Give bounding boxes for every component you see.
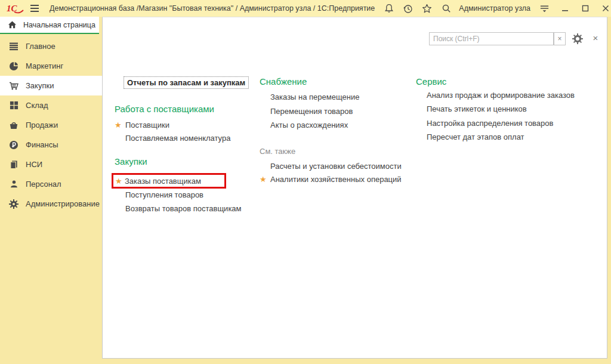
1c-logo-icon: 1С <box>6 2 25 14</box>
sidebar-item-label: Финансы <box>26 140 58 149</box>
menu-item-postavshchiki[interactable]: ★ Поставщики <box>115 120 169 129</box>
menu-item-label: Аналитики хозяйственных операций <box>270 175 402 184</box>
section-header-sm-takzhe: См. также <box>260 146 295 156</box>
global-search-icon[interactable] <box>441 4 451 14</box>
favorite-star-icon: ★ <box>115 121 125 129</box>
menu-item-zakazy-na-peremeshchenie[interactable]: Заказы на перемещение <box>270 92 359 101</box>
ruble-icon <box>8 140 19 150</box>
reports-stock-purchases-link[interactable]: Отчеты по запасам и закупкам <box>124 76 249 89</box>
minimize-button[interactable] <box>560 4 570 13</box>
menu-item-label: Поставщики <box>125 121 169 129</box>
left-navigation: Начальная страница Главное Маркетинг Зак… <box>0 17 102 364</box>
sidebar-item-label: Администрирование <box>26 199 100 208</box>
sidebar-item-label: Маркетинг <box>26 61 63 70</box>
section-header-snabzhenie: Снабжение <box>260 76 307 87</box>
sidebar-item-sklad[interactable]: Склад <box>0 95 102 115</box>
current-user-label[interactable]: Администратор узла <box>459 4 530 13</box>
sidebar-item-label: Главное <box>26 42 55 51</box>
menu-item-pereschet-dat[interactable]: Пересчет дат этапов оплат <box>427 132 524 141</box>
sidebar-item-label: Персонал <box>26 180 61 189</box>
sidebar-item-glavnoe[interactable]: Главное <box>0 36 102 56</box>
menu-item-postupleniya-tovarov[interactable]: Поступления товаров <box>125 190 203 199</box>
cart-icon <box>8 81 19 91</box>
sidebar-item-label: Продажи <box>26 121 58 129</box>
sidebar-item-finansy[interactable]: Финансы <box>0 135 102 155</box>
menu-item-analiz-prodazh[interactable]: Анализ продаж и формирование заказов <box>427 91 575 100</box>
menu-item-raschety-sebestoimosti[interactable]: Расчеты и установки себестоимости <box>270 162 402 171</box>
section-header-servis: Сервис <box>416 76 446 87</box>
svg-text:1С: 1С <box>7 4 18 13</box>
maximize-button[interactable] <box>581 4 590 13</box>
home-page-tab-label: Начальная страница <box>23 21 95 29</box>
service-settings-menu-icon[interactable] <box>539 4 550 14</box>
favorites-star-icon[interactable] <box>422 4 432 14</box>
pie-chart-icon <box>8 61 19 72</box>
favorite-star-icon: ★ <box>115 177 125 186</box>
highlighted-menu-item-zakazy-postavshchikam[interactable]: ★ Заказы поставщикам <box>112 173 226 189</box>
menu-lines-icon <box>8 41 19 52</box>
sidebar-menu: Главное Маркетинг Закупки Склад Продажи <box>0 34 102 214</box>
sidebar-item-nsi[interactable]: НСИ <box>0 155 102 174</box>
sidebar-item-marketing[interactable]: Маркетинг <box>0 56 102 76</box>
sidebar-item-label: НСИ <box>26 160 42 169</box>
section-header-zakupki: Закупки <box>115 156 147 166</box>
panel-close-icon[interactable]: × <box>591 33 600 43</box>
favorite-star-icon: ★ <box>260 175 270 184</box>
history-icon[interactable] <box>403 4 413 14</box>
purchases-function-panel: × × Отчеты по запасам и закупкам Работа … <box>102 17 607 359</box>
basket-icon <box>8 120 19 131</box>
sidebar-item-prodazhi[interactable]: Продажи <box>0 115 102 135</box>
person-icon <box>8 179 19 190</box>
panel-settings-gear-icon[interactable] <box>572 33 584 45</box>
menu-item-akty-o-raskhozhdeniyakh[interactable]: Акты о расхождениях <box>270 121 348 129</box>
sidebar-item-administrirovanie[interactable]: Администрирование <box>0 194 102 214</box>
menu-item-label: Заказы поставщикам <box>125 177 201 186</box>
main-menu-icon[interactable] <box>30 4 39 13</box>
window-titlebar: 1С Демонстрационная база /Магазин "Бытов… <box>0 0 611 17</box>
search-clear-button[interactable]: × <box>554 32 566 45</box>
sidebar-item-label: Закупки <box>26 81 54 90</box>
menu-item-postavlyaemaya-nomenklatura[interactable]: Поставляемая номенклатура <box>125 134 230 143</box>
documents-icon <box>8 159 19 170</box>
home-page-tab[interactable]: Начальная страница <box>0 17 99 34</box>
menu-item-analitiki-operatsiy[interactable]: ★ Аналитики хозяйственных операций <box>260 174 402 184</box>
close-window-button[interactable] <box>601 4 610 13</box>
menu-item-nastroyka-raspredeleniya[interactable]: Настройка распределения товаров <box>427 119 553 128</box>
section-header-suppliers-work: Работа с поставщиками <box>115 104 214 114</box>
gear-icon <box>8 199 19 209</box>
window-title: Демонстрационная база /Магазин "Бытовая … <box>50 4 375 13</box>
home-icon <box>8 20 17 30</box>
sidebar-item-label: Склад <box>26 101 48 110</box>
sidebar-item-zakupki[interactable]: Закупки <box>0 76 102 95</box>
grid-icon <box>8 100 19 111</box>
menu-item-pechat-etiketok[interactable]: Печать этикеток и ценников <box>427 104 527 113</box>
search-input[interactable] <box>429 32 554 45</box>
menu-item-vozvraty-tovarov[interactable]: Возвраты товаров поставщикам <box>125 204 242 213</box>
sidebar-item-personal[interactable]: Персонал <box>0 174 102 194</box>
notifications-bell-icon[interactable] <box>384 4 394 14</box>
menu-item-peremeshcheniya-tovarov[interactable]: Перемещения товаров <box>270 107 353 116</box>
